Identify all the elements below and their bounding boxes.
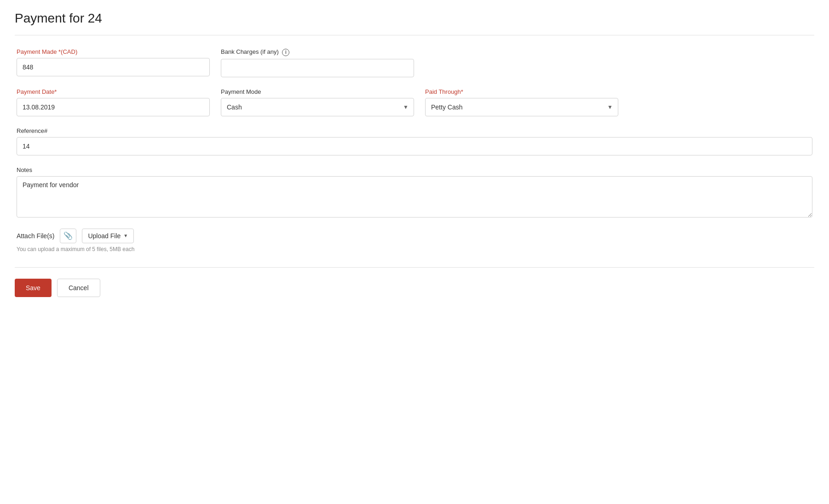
group-paid-through: Paid Through* Petty Cash Bank Account Ot… [425, 88, 618, 116]
bank-charges-info-icon: i [282, 49, 289, 56]
action-row: Save Cancel [15, 279, 814, 297]
group-payment-mode: Payment Mode Cash Check Bank Transfer Cr… [221, 88, 414, 116]
group-notes: Notes Payment for vendor [17, 166, 812, 218]
payment-date-label: Payment Date* [17, 88, 210, 95]
page-container: Payment for 24 Payment Made *(CAD) Bank … [0, 0, 829, 308]
payment-mode-select[interactable]: Cash Check Bank Transfer Credit Card [221, 98, 414, 116]
attach-label-row: Attach File(s) 📎 Upload File ▼ [17, 229, 812, 243]
upload-file-label: Upload File [88, 232, 121, 240]
group-reference: Reference# [17, 127, 812, 155]
payment-made-input[interactable] [17, 58, 210, 76]
payment-mode-select-wrapper: Cash Check Bank Transfer Credit Card ▼ [221, 98, 414, 116]
group-payment-date: Payment Date* [17, 88, 210, 116]
reference-label: Reference# [17, 127, 812, 134]
bank-charges-input[interactable] [221, 59, 414, 77]
cancel-button[interactable]: Cancel [57, 279, 100, 297]
group-payment-made: Payment Made *(CAD) [17, 48, 210, 76]
paperclip-icon: 📎 [63, 231, 73, 240]
row-reference: Reference# [17, 127, 812, 155]
attach-hint: You can upload a maximum of 5 files, 5MB… [17, 246, 812, 252]
header-divider [15, 35, 814, 35]
row-payment-made: Payment Made *(CAD) Bank Charges (if any… [17, 48, 812, 77]
row-payment-date: Payment Date* Payment Mode Cash Check Ba… [17, 88, 812, 116]
reference-input[interactable] [17, 137, 812, 155]
row-notes: Notes Payment for vendor [17, 166, 812, 218]
payment-date-input[interactable] [17, 98, 210, 116]
notes-textarea[interactable]: Payment for vendor [17, 176, 812, 218]
upload-file-button[interactable]: Upload File ▼ [82, 229, 134, 243]
notes-label: Notes [17, 166, 812, 173]
form-section: Payment Made *(CAD) Bank Charges (if any… [15, 48, 814, 252]
group-bank-charges: Bank Charges (if any) i [221, 48, 414, 77]
save-button[interactable]: Save [15, 279, 52, 297]
page-title: Payment for 24 [15, 11, 814, 26]
payment-made-label: Payment Made *(CAD) [17, 48, 210, 55]
upload-chevron-icon: ▼ [123, 233, 128, 238]
footer-divider [15, 267, 814, 268]
attach-icon-button[interactable]: 📎 [60, 229, 76, 243]
paid-through-select[interactable]: Petty Cash Bank Account Other [425, 98, 618, 116]
attach-section: Attach File(s) 📎 Upload File ▼ You can u… [17, 229, 812, 252]
paid-through-label: Paid Through* [425, 88, 618, 95]
attach-label: Attach File(s) [17, 232, 54, 240]
paid-through-select-wrapper: Petty Cash Bank Account Other ▼ [425, 98, 618, 116]
bank-charges-label: Bank Charges (if any) i [221, 48, 414, 56]
payment-mode-label: Payment Mode [221, 88, 414, 95]
